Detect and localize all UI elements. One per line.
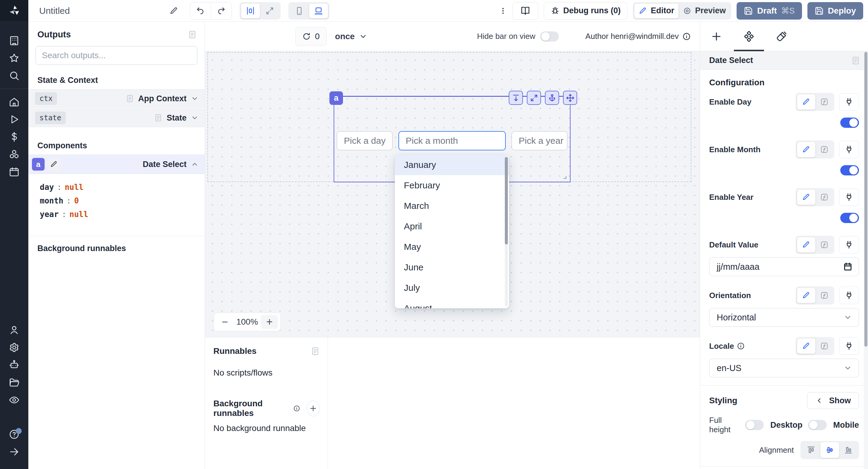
month-option-march[interactable]: March: [395, 196, 509, 216]
outputs-doc-icon[interactable]: [188, 30, 197, 39]
styling-show-button[interactable]: Show: [807, 392, 859, 409]
settings-scrollbar-thumb[interactable]: [864, 52, 867, 347]
ctx-chevron-down-icon[interactable]: [191, 95, 198, 102]
docs-book-button[interactable]: [513, 2, 538, 20]
month-option-april[interactable]: April: [395, 216, 509, 237]
run-mode-dropdown[interactable]: once: [335, 32, 367, 41]
more-options-kebab-icon[interactable]: [499, 7, 507, 15]
enable-year-toggle[interactable]: [840, 213, 859, 223]
help-icon[interactable]: [0, 426, 28, 443]
month-option-february[interactable]: February: [395, 175, 509, 196]
dropdown-scrollbar-thumb[interactable]: [505, 157, 508, 245]
component-tag[interactable]: a: [330, 91, 343, 105]
desktop-toggle[interactable]: [808, 420, 827, 430]
pick-month-input[interactable]: Pick a month: [398, 131, 506, 150]
month-option-august[interactable]: August: [395, 298, 509, 308]
preview-tab[interactable]: Preview: [679, 3, 730, 19]
align-center-icon[interactable]: [820, 442, 839, 458]
search-icon[interactable]: [0, 67, 28, 84]
zoom-out-button[interactable]: −: [216, 315, 233, 329]
static-editor-pencil-icon[interactable]: [797, 142, 815, 157]
locale-select[interactable]: en-US: [709, 359, 859, 377]
schedules-calendar-icon[interactable]: [0, 163, 28, 181]
component-row-date-select[interactable]: a Date Select: [28, 155, 205, 174]
workspace-building-icon[interactable]: [0, 32, 28, 50]
eval-editor-function-icon[interactable]: [815, 237, 833, 253]
folders-icon[interactable]: [0, 374, 28, 391]
calendar-icon[interactable]: [843, 262, 852, 272]
editor-tab[interactable]: Editor: [634, 3, 679, 19]
zoom-in-button[interactable]: +: [261, 315, 278, 329]
windmill-logo[interactable]: [0, 0, 28, 22]
static-editor-pencil-icon[interactable]: [797, 237, 815, 253]
default-value-date-input[interactable]: jj/mm/aaaa: [709, 257, 859, 276]
workers-robot-icon[interactable]: [0, 356, 28, 374]
rename-pencil-icon[interactable]: [169, 6, 179, 15]
json-row-month[interactable]: month:0: [40, 194, 205, 208]
draft-button[interactable]: Draft ⌘S: [737, 2, 802, 20]
eval-editor-function-icon[interactable]: [815, 287, 833, 303]
refresh-count-button[interactable]: 0: [296, 27, 327, 46]
move-icon[interactable]: [563, 91, 577, 105]
settings-scrollbar-track[interactable]: [864, 51, 868, 469]
tab-insert-plus-icon[interactable]: [700, 22, 733, 51]
static-editor-pencil-icon[interactable]: [797, 189, 815, 205]
tab-settings-components-icon[interactable]: [733, 22, 765, 51]
state-chevron-down-icon[interactable]: [191, 114, 198, 122]
eval-editor-function-icon[interactable]: [815, 189, 833, 205]
anchor-icon[interactable]: [545, 91, 559, 105]
month-option-june[interactable]: June: [395, 257, 509, 278]
eval-editor-function-icon[interactable]: [815, 338, 833, 354]
ctx-row[interactable]: ctx App Context: [28, 89, 205, 108]
connect-plug-icon[interactable]: [839, 236, 859, 253]
static-editor-pencil-icon[interactable]: [797, 338, 815, 354]
month-option-january[interactable]: January: [395, 155, 509, 175]
variables-dollar-icon[interactable]: [0, 128, 28, 146]
fullscreen-icon[interactable]: [527, 91, 541, 105]
user-icon[interactable]: [0, 321, 28, 339]
connect-plug-icon[interactable]: [839, 188, 859, 206]
enable-month-toggle[interactable]: [840, 165, 859, 176]
undo-button[interactable]: [190, 2, 211, 19]
resize-handle-icon[interactable]: [561, 174, 567, 180]
locale-info-icon[interactable]: [737, 342, 745, 350]
expand-arrow-right-icon[interactable]: [0, 443, 28, 461]
connect-plug-icon[interactable]: [839, 93, 859, 111]
component-rename-pencil-icon[interactable]: [48, 158, 60, 170]
static-editor-pencil-icon[interactable]: [797, 287, 815, 303]
add-background-runnable-button[interactable]: [307, 401, 320, 416]
runnables-doc-icon[interactable]: [311, 347, 320, 356]
json-row-day[interactable]: day:null: [40, 181, 205, 194]
full-width-button[interactable]: [260, 3, 279, 19]
component-chevron-up-icon[interactable]: [191, 160, 198, 168]
connect-plug-icon[interactable]: [839, 287, 859, 304]
full-height-toggle[interactable]: [745, 420, 764, 430]
outputs-search[interactable]: [36, 46, 197, 65]
align-top-icon[interactable]: [802, 442, 820, 458]
runs-play-icon[interactable]: [0, 111, 28, 128]
hide-bar-toggle[interactable]: [540, 31, 559, 41]
align-bottom-icon[interactable]: [839, 442, 858, 458]
home-icon[interactable]: [0, 93, 28, 111]
json-row-year[interactable]: year:null: [40, 208, 205, 221]
tab-theme-paintbrush-icon[interactable]: [765, 22, 798, 51]
desktop-view-button[interactable]: [309, 3, 328, 19]
component-doc-icon[interactable]: [851, 56, 860, 65]
deploy-button[interactable]: Deploy: [807, 2, 863, 20]
background-runnables-info-icon[interactable]: [293, 404, 300, 413]
orientation-select[interactable]: Horizontal: [709, 308, 859, 327]
redo-button[interactable]: [211, 2, 231, 19]
centered-layout-button[interactable]: [241, 3, 260, 19]
debug-runs-button[interactable]: Debug runs (0): [544, 2, 628, 20]
eval-editor-function-icon[interactable]: [815, 94, 833, 110]
app-canvas[interactable]: a Pick a day Pick a month Pick a year: [205, 51, 700, 337]
audit-eye-icon[interactable]: [0, 391, 28, 409]
static-editor-pencil-icon[interactable]: [797, 94, 815, 110]
mobile-view-button[interactable]: [290, 3, 309, 19]
eval-editor-function-icon[interactable]: [815, 142, 833, 157]
connect-plug-icon[interactable]: [839, 141, 859, 158]
state-row[interactable]: state State: [28, 108, 205, 127]
pick-year-input[interactable]: Pick a year: [512, 131, 567, 150]
month-option-may[interactable]: May: [395, 237, 509, 257]
expand-down-icon[interactable]: [509, 91, 523, 105]
